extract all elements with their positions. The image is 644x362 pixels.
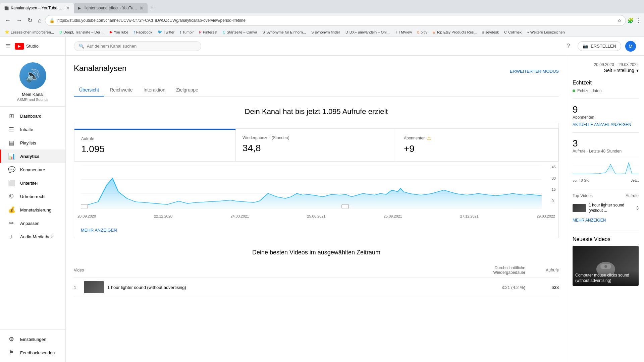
chart-label-now: Jetzt xyxy=(631,178,639,182)
user-avatar[interactable]: M xyxy=(625,41,636,52)
bookmark-dxf[interactable]: D DXF umwandeln – Onl... xyxy=(343,29,392,35)
metric-value-wiedergabezeit: 34,8 xyxy=(243,143,390,154)
svg-point-12 xyxy=(604,265,607,268)
sidebar-item-monetarisierung[interactable]: 💰 Monetarisierung xyxy=(0,203,65,217)
bookmark-canva[interactable]: C Startseite – Canva xyxy=(221,29,259,35)
bookmark-twitter[interactable]: 🐦 Twitter xyxy=(156,29,176,35)
sidebar-item-dashboard[interactable]: ⊞ Dashboard xyxy=(0,109,65,123)
headline-text: Dein Kanal hat bis jetzt 1.095 Aufrufe e… xyxy=(74,107,559,116)
nav-bottom: ⚙ Einstellungen ⚑ Feedback senden xyxy=(0,329,65,362)
metric-label-aufrufe: Aufrufe xyxy=(81,136,229,141)
bookmark-tmview[interactable]: T TMView xyxy=(393,29,414,35)
top-videos-label: Top-Videos xyxy=(573,193,593,198)
bookmark-synonym-finder[interactable]: S synonym finder xyxy=(309,29,342,35)
sidebar-item-analytics[interactable]: 📊 Analytics xyxy=(0,149,65,163)
headline-box: Dein Kanal hat bis jetzt 1.095 Aufrufe e… xyxy=(74,97,559,123)
metric-label-wiedergabezeit: Wiedergabezeit (Stunden) xyxy=(243,135,390,140)
sidebar-label-untertitel: Untertitel xyxy=(20,181,38,186)
extension-icon[interactable]: 🧩 xyxy=(627,17,634,24)
camera-icon: 📷 xyxy=(583,44,588,49)
metric-aufrufe[interactable]: Aufrufe 1.095 xyxy=(74,129,236,161)
studio-logo: Studio xyxy=(15,43,39,50)
live-label: Echtzeitdaten xyxy=(577,88,602,93)
channel-description: ASMR and Sounds xyxy=(17,98,49,102)
metric-wiedergabezeit[interactable]: Wiedergabezeit (Stunden) 34,8 xyxy=(236,129,397,161)
tab-close-1[interactable]: ✕ xyxy=(66,5,70,11)
sidebar-item-inhalte[interactable]: ☰ Inhalte xyxy=(0,123,65,136)
more-videos-link[interactable]: MEHR ANZEIGEN xyxy=(573,218,606,223)
sidebar-item-playlists[interactable]: ▤ Playlists xyxy=(0,136,65,149)
metric-abonnenten[interactable]: Abonnenten ⚠ +9 xyxy=(397,129,558,161)
browser-chrome: 🎬 Kanalanalysen – YouTube Studio ✕ ▶ lig… xyxy=(0,0,644,37)
forward-button[interactable]: → xyxy=(14,16,24,25)
divider-3 xyxy=(573,188,639,188)
avatar-icon: 🔊 xyxy=(25,69,40,83)
star-icon[interactable]: ☆ xyxy=(618,18,622,23)
bookmark-bitly[interactable]: b bitly xyxy=(415,29,429,35)
bookmark-sevdesk[interactable]: s sevdesk xyxy=(480,29,501,35)
bookmark-youtube[interactable]: ▶ YouTube xyxy=(108,29,130,35)
address-bar[interactable]: 🔒 https://studio.youtube.com/channel/UCv… xyxy=(45,15,626,26)
tab-favicon-1: 🎬 xyxy=(4,6,9,10)
sidebar-item-anpassen[interactable]: ✏ Anpassen xyxy=(0,217,65,230)
advanced-mode-link[interactable]: ERWEITERTER MODUS xyxy=(510,69,559,74)
bookmark-facebook[interactable]: f Facebook xyxy=(132,29,154,35)
newest-video-thumbnail[interactable]: Computer mouse clicks sound (without adv… xyxy=(573,246,639,286)
top-actions: ? 📷 ERSTELLEN M xyxy=(563,41,636,52)
tab-close-2[interactable]: ✕ xyxy=(140,5,144,11)
sidebar-label-anpassen: Anpassen xyxy=(20,221,40,226)
top-videos-header: Top-Videos Aufrufe xyxy=(573,193,639,198)
bm-icon-youtube: ▶ xyxy=(110,30,112,34)
bookmark-more[interactable]: » Weitere Lesezeichen xyxy=(525,29,567,35)
new-tab-button[interactable]: + xyxy=(148,5,157,12)
bookmark-deepl[interactable]: D DeepL Translate – Der ... xyxy=(57,29,106,35)
bookmark-lesezeichen[interactable]: ⭐ Lesezeichen importieren... xyxy=(3,29,56,35)
page-title: Kanalanalysen xyxy=(74,64,126,73)
search-bar[interactable]: 🔍 xyxy=(74,41,201,51)
divider-4 xyxy=(573,231,639,231)
tab-reichweite[interactable]: Reichweite xyxy=(104,84,138,97)
help-button[interactable]: ? xyxy=(563,41,574,52)
sidebar-item-einstellungen[interactable]: ⚙ Einstellungen xyxy=(0,333,65,346)
bookmark-tumblr[interactable]: t Tumblr xyxy=(178,29,196,35)
menu-icon[interactable]: ⋮ xyxy=(636,17,641,24)
avatar[interactable]: 🔊 xyxy=(19,62,46,89)
sidebar-item-feedback[interactable]: ⚑ Feedback senden xyxy=(0,346,65,359)
anpassen-icon: ✏ xyxy=(8,220,15,227)
svg-rect-5 xyxy=(342,204,349,208)
tab-zielgruppe[interactable]: Zielgruppe xyxy=(171,84,204,97)
untertitel-icon: ⬜ xyxy=(8,179,15,187)
show-more-box: MEHR ANZEIGEN xyxy=(74,218,558,238)
bookmark-collmex[interactable]: C Collmex xyxy=(502,29,524,35)
bookmark-synonyme[interactable]: S Synonyme für Einhorn... xyxy=(261,29,308,35)
create-button[interactable]: 📷 ERSTELLEN xyxy=(578,41,621,51)
sidebar-label-dashboard: Dashboard xyxy=(20,114,42,119)
tab-inactive-2[interactable]: ▶ lighter sound effect - YouTube ✕ xyxy=(74,3,148,13)
subscribers-count: 9 xyxy=(573,104,639,115)
sidebar-item-audio-mediathek[interactable]: ♪ Audio-Mediathek xyxy=(0,230,65,243)
tab-active[interactable]: 🎬 Kanalanalysen – YouTube Studio ✕ xyxy=(0,3,74,13)
tab-interaktion[interactable]: Interaktion xyxy=(138,84,171,97)
divider-2 xyxy=(573,132,639,133)
hamburger-menu[interactable]: ☰ xyxy=(5,43,11,50)
sidebar-item-untertitel[interactable]: ⬜ Untertitel xyxy=(0,176,65,190)
bookmark-pinterest[interactable]: P Pinterest xyxy=(197,29,219,35)
metric-label-abonnenten: Abonnenten ⚠ xyxy=(404,135,551,141)
sidebar-item-urheberrecht[interactable]: © Urheberrecht xyxy=(0,190,65,203)
realtime-title: Echtzeit xyxy=(573,80,639,86)
chart-area: 45 30 15 0 xyxy=(74,162,558,213)
period-selector[interactable]: Seit Erstellung ▾ xyxy=(604,68,639,73)
search-input[interactable] xyxy=(87,44,196,49)
bm-icon-facebook: f xyxy=(134,30,135,34)
tab-uebersicht[interactable]: Übersicht xyxy=(74,84,104,97)
home-button[interactable]: ⌂ xyxy=(36,16,44,25)
row-views: 633 xyxy=(532,285,559,290)
reload-button[interactable]: ↻ xyxy=(25,15,35,25)
show-more-button[interactable]: MEHR ANZEIGEN xyxy=(81,228,117,233)
best-videos-title: Deine besten Videos im ausgewählten Zeit… xyxy=(74,249,559,256)
bookmark-etsy[interactable]: E Top Etsy Products Res... xyxy=(431,29,479,35)
bm-icon-tumblr: t xyxy=(180,30,181,34)
sidebar-item-kommentare[interactable]: 💬 Kommentare xyxy=(0,163,65,176)
show-count-link[interactable]: AKTUELLE ANZAHL ANZEIGEN xyxy=(573,122,631,127)
back-button[interactable]: ← xyxy=(3,16,13,25)
